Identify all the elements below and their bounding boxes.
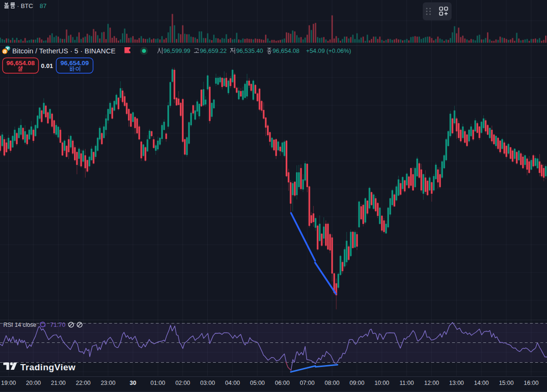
svg-text:16:00: 16:00 bbox=[524, 380, 538, 386]
svg-text:Bitcoin / TetherUS · 5 · BINAN: Bitcoin / TetherUS · 5 · BINANCE bbox=[12, 47, 116, 55]
svg-text:96,659.22: 96,659.22 bbox=[200, 47, 227, 54]
svg-text:01:00: 01:00 bbox=[150, 380, 165, 386]
svg-text:96,535.40: 96,535.40 bbox=[236, 47, 263, 54]
svg-text:96,654.08: 96,654.08 bbox=[6, 60, 35, 67]
svg-text:30: 30 bbox=[129, 380, 136, 386]
svg-text:· BTC: · BTC bbox=[17, 2, 33, 9]
svg-text:05:00: 05:00 bbox=[250, 380, 265, 386]
svg-text:06:00: 06:00 bbox=[275, 380, 290, 386]
svg-text:14:00: 14:00 bbox=[474, 380, 488, 386]
svg-text:11:00: 11:00 bbox=[400, 380, 414, 386]
svg-text:13:00: 13:00 bbox=[449, 380, 464, 386]
svg-text:96,654.08: 96,654.08 bbox=[273, 47, 299, 54]
svg-text:02:00: 02:00 bbox=[175, 380, 190, 386]
svg-text:12:00: 12:00 bbox=[424, 380, 439, 386]
svg-text:96,599.99: 96,599.99 bbox=[163, 47, 190, 54]
svg-text:10:00: 10:00 bbox=[375, 380, 389, 386]
svg-text:+54.09 (+0.06%): +54.09 (+0.06%) bbox=[306, 47, 351, 54]
svg-text:20:00: 20:00 bbox=[26, 380, 41, 386]
svg-text:08:00: 08:00 bbox=[325, 380, 339, 386]
svg-text:96,654.09: 96,654.09 bbox=[60, 60, 89, 67]
svg-text:19:00: 19:00 bbox=[1, 380, 16, 386]
svg-text:TradingView: TradingView bbox=[20, 362, 76, 372]
svg-text:B: B bbox=[3, 49, 7, 54]
svg-text:04:00: 04:00 bbox=[225, 380, 240, 386]
svg-text:RSI 14 close: RSI 14 close bbox=[3, 322, 36, 328]
svg-text:0.01: 0.01 bbox=[41, 62, 53, 69]
svg-text:07:00: 07:00 bbox=[300, 380, 315, 386]
svg-text:09:00: 09:00 bbox=[350, 380, 364, 386]
svg-text:03:00: 03:00 bbox=[200, 380, 215, 386]
svg-text:15:00: 15:00 bbox=[499, 380, 513, 386]
svg-text:71.70: 71.70 bbox=[50, 321, 66, 328]
svg-text:21:00: 21:00 bbox=[51, 380, 66, 386]
svg-text:23:00: 23:00 bbox=[101, 380, 115, 386]
svg-text:87: 87 bbox=[40, 2, 46, 9]
svg-text:22:00: 22:00 bbox=[76, 380, 90, 386]
